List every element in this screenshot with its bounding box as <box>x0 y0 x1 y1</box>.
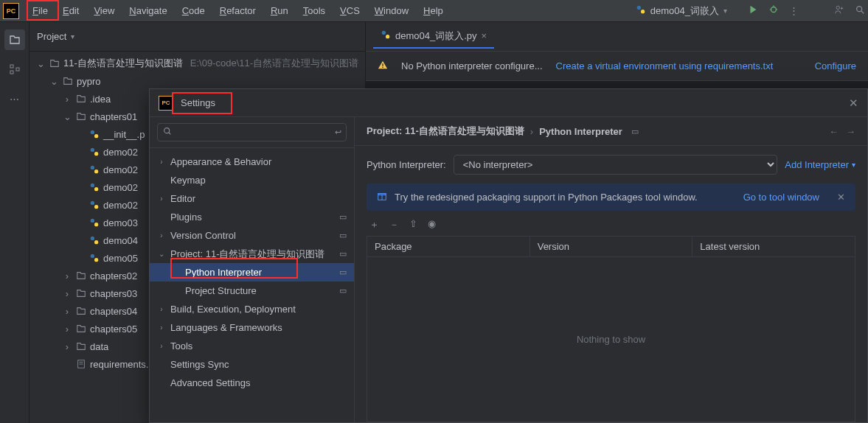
settings-category[interactable]: ›Languages & Frameworks <box>150 318 354 337</box>
svg-rect-11 <box>10 65 13 68</box>
chevron-icon: › <box>156 195 167 203</box>
svg-point-24 <box>91 219 94 223</box>
menu-item-view[interactable]: View <box>86 2 122 19</box>
settings-category[interactable]: Project Structure▭ <box>150 282 354 300</box>
settings-category-label: Tools <box>170 340 192 352</box>
interpreter-select[interactable]: <No interpreter> <box>454 155 778 175</box>
promo-link[interactable]: Go to tool window <box>743 192 819 203</box>
structure-toolwindow-button[interactable] <box>4 59 25 80</box>
python-file-icon <box>636 4 646 17</box>
settings-category[interactable]: ›Tools <box>150 337 354 355</box>
search-icon <box>162 126 173 139</box>
more-toolwindows-button[interactable]: ⋯ <box>4 88 25 109</box>
more-icon[interactable]: ⋮ <box>789 5 799 16</box>
svg-rect-41 <box>378 194 386 195</box>
settings-content: Project: 11-自然语言处理与知识图谱 › Python Interpr… <box>355 117 867 422</box>
settings-category[interactable]: ›Version Control▭ <box>150 226 354 245</box>
debug-icon[interactable] <box>768 4 779 17</box>
file-icon <box>49 58 60 69</box>
table-header[interactable]: Package <box>367 237 530 256</box>
tree-row[interactable]: ⌄11-自然语言处理与知识图谱E:\09-code\11-自然语言处理与知识图谱 <box>29 55 365 72</box>
remove-package-icon[interactable]: － <box>389 218 399 231</box>
settings-category[interactable]: ⌄Project: 11-自然语言处理与知识图谱▭ <box>150 245 354 263</box>
tree-label: demo02 <box>103 200 138 211</box>
editor-tab-label: demo04_词嵌入.py <box>395 29 477 43</box>
settings-category[interactable]: ›Build, Execution, Deployment <box>150 300 354 318</box>
history-icon[interactable]: ↩ <box>335 127 341 137</box>
svg-point-27 <box>94 240 98 244</box>
close-icon[interactable]: ✕ <box>837 192 845 203</box>
settings-category[interactable]: Advanced Settings <box>150 374 354 392</box>
settings-category-label: Appearance & Behavior <box>170 156 271 167</box>
show-early-releases-icon[interactable]: ◉ <box>428 218 436 231</box>
editor-tab[interactable]: demo04_词嵌入.py × <box>373 25 494 49</box>
promo-banner: Try the redesigned packaging support in … <box>367 183 855 211</box>
file-icon <box>75 111 87 122</box>
menu-item-code[interactable]: Code <box>175 2 212 19</box>
svg-point-2 <box>771 7 777 13</box>
file-icon <box>75 359 87 369</box>
run-config-selector[interactable]: demo04_词嵌入 ▾ <box>630 3 733 19</box>
svg-line-10 <box>861 11 864 14</box>
settings-category[interactable]: ›Editor <box>150 189 354 208</box>
table-header[interactable]: Latest version <box>692 237 855 256</box>
project-toolwindow-button[interactable] <box>4 29 25 50</box>
svg-point-6 <box>836 6 839 9</box>
tree-label: pypro <box>77 76 101 87</box>
close-icon[interactable]: × <box>482 30 487 41</box>
configure-interpreter-link[interactable]: Configure <box>815 60 856 71</box>
settings-category[interactable]: Python Interpreter▭ <box>150 263 354 282</box>
search-icon[interactable] <box>855 4 865 17</box>
gift-icon <box>377 191 387 203</box>
svg-point-9 <box>857 7 862 12</box>
table-header[interactable]: Version <box>530 237 693 256</box>
menu-item-run[interactable]: Run <box>263 2 296 19</box>
collab-icon[interactable] <box>834 4 844 17</box>
run-icon[interactable] <box>748 4 758 17</box>
settings-category-label: Project: 11-自然语言处理与知识图谱 <box>170 248 324 261</box>
svg-rect-35 <box>382 63 383 66</box>
settings-category[interactable]: Plugins▭ <box>150 208 354 226</box>
settings-category-label: Build, Execution, Deployment <box>170 304 296 315</box>
table-header-row: Package Version Latest version <box>367 237 855 257</box>
menu-item-navigate[interactable]: Navigate <box>122 2 174 19</box>
tree-row[interactable]: ⌄pypro <box>29 72 365 90</box>
chevron-right-icon: › <box>62 306 72 317</box>
menu-item-window[interactable]: Window <box>367 2 416 19</box>
editor-tab-bar: demo04_词嵌入.py × <box>366 22 868 52</box>
project-scope-icon: ▭ <box>339 268 347 277</box>
menu-item-refactor[interactable]: Refactor <box>212 2 263 19</box>
menu-item-vcs[interactable]: VCS <box>333 2 367 19</box>
chevron-down-icon: ▾ <box>852 161 855 169</box>
close-icon[interactable]: ✕ <box>849 97 858 110</box>
settings-category-label: Advanced Settings <box>170 377 250 388</box>
settings-categories-tree[interactable]: ›Appearance & BehaviorKeymap›EditorPlugi… <box>150 148 354 422</box>
file-icon <box>75 94 87 104</box>
chevron-down-icon[interactable]: ▾ <box>71 32 74 41</box>
tree-label: demo02 <box>103 182 138 193</box>
chevron-icon: ⌄ <box>156 250 167 258</box>
settings-search-input[interactable]: ↩ <box>157 123 347 141</box>
file-icon <box>88 164 100 175</box>
settings-category[interactable]: Keymap <box>150 171 354 189</box>
left-toolstrip: ⋯ <box>0 22 29 423</box>
back-icon[interactable]: ← <box>829 126 839 137</box>
add-package-icon[interactable]: ＋ <box>369 218 379 231</box>
svg-point-26 <box>91 237 94 240</box>
settings-category-label: Languages & Frameworks <box>170 322 282 333</box>
svg-rect-12 <box>10 71 13 74</box>
settings-category-label: Version Control <box>170 230 236 241</box>
tree-label: demo02 <box>103 164 138 175</box>
menu-item-help[interactable]: Help <box>416 2 451 19</box>
forward-icon[interactable]: → <box>846 126 855 137</box>
settings-category-label: Keymap <box>170 175 206 186</box>
menu-item-tools[interactable]: Tools <box>296 2 333 19</box>
menu-item-edit[interactable]: Edit <box>55 2 86 19</box>
chevron-down-icon: ⌄ <box>49 76 59 87</box>
settings-category[interactable]: Settings Sync <box>150 355 354 374</box>
upgrade-package-icon[interactable]: ⇧ <box>409 218 417 231</box>
create-venv-link[interactable]: Create a virtual environment using requi… <box>556 60 774 71</box>
menu-item-file[interactable]: File <box>25 2 55 19</box>
settings-category[interactable]: ›Appearance & Behavior <box>150 153 354 171</box>
add-interpreter-link[interactable]: Add Interpreter ▾ <box>785 159 855 170</box>
